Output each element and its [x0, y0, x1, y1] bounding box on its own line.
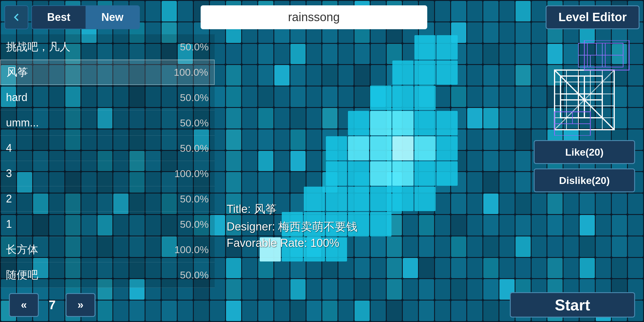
header: Best New Level Editor: [0, 0, 644, 34]
puzzle-cell: [370, 111, 391, 135]
puzzle-cell: [459, 35, 480, 60]
level-item[interactable]: 2 50.0%: [0, 186, 215, 212]
level-name: 1: [6, 218, 180, 230]
level-name: umm...: [6, 117, 180, 129]
search-input[interactable]: [201, 5, 427, 29]
level-item[interactable]: 1 50.0%: [0, 212, 215, 237]
puzzle-cell: [481, 262, 502, 287]
puzzle-cell: [392, 212, 414, 236]
puzzle-cell: [414, 187, 436, 211]
puzzle-cell: [392, 161, 414, 186]
puzzle-cell: [238, 161, 259, 186]
puzzle-cell: [238, 262, 259, 287]
level-info: Title: 风筝 Designer: 梅西卖萌不要钱 Favorable Ra…: [227, 202, 357, 252]
level-name: 3: [6, 167, 174, 180]
puzzle-cell: [459, 212, 480, 236]
puzzle-cell: [436, 35, 458, 60]
puzzle-cell: [481, 35, 502, 60]
puzzle-cell: [414, 35, 436, 60]
puzzle-cell: [503, 161, 524, 186]
favorable-value: 100%: [310, 237, 339, 249]
puzzle-cell: [481, 161, 502, 186]
puzzle-cell: [282, 86, 303, 110]
puzzle-cell: [238, 111, 259, 135]
puzzle-cell: [436, 161, 458, 186]
puzzle-cell: [260, 136, 281, 161]
svg-rect-22: [605, 43, 623, 55]
dislike-label: Dislike(20): [559, 175, 610, 186]
level-pct: 100.0%: [174, 244, 209, 256]
puzzle-cell: [481, 61, 502, 85]
puzzle-preview: [537, 40, 632, 136]
level-name: 长方体: [6, 242, 174, 257]
next-page-icon: »: [78, 299, 83, 311]
level-item[interactable]: 挑战吧，凡人 50.0%: [0, 34, 215, 60]
level-pct: 50.0%: [180, 193, 209, 205]
puzzle-cell: [304, 111, 325, 135]
back-button[interactable]: [4, 5, 28, 29]
svg-rect-2: [584, 43, 596, 55]
level-item[interactable]: 随便吧 50.0%: [0, 262, 215, 288]
puzzle-cell: [392, 262, 414, 287]
title-label: Title:: [227, 203, 251, 215]
puzzle-cell: [304, 86, 325, 110]
puzzle-cell: [459, 111, 480, 135]
puzzle-cell: [348, 35, 369, 60]
like-button[interactable]: Like(20): [534, 140, 635, 164]
puzzle-cell: [348, 111, 369, 135]
puzzle-cell: [414, 61, 436, 85]
puzzle-cell: [370, 237, 391, 262]
puzzle-cell: [481, 187, 502, 211]
tab-best[interactable]: Best: [32, 6, 86, 29]
level-editor-button[interactable]: Level Editor: [546, 5, 640, 29]
preview-svg: [537, 40, 632, 136]
puzzle-cell: [436, 262, 458, 287]
tab-new-label: New: [101, 11, 123, 24]
level-item[interactable]: 风筝 100.0%: [0, 60, 215, 85]
level-pct: 50.0%: [180, 41, 209, 53]
next-page-button[interactable]: »: [66, 293, 95, 317]
puzzle-cell: [392, 86, 414, 110]
level-pct: 50.0%: [180, 117, 209, 129]
dislike-button[interactable]: Dislike(20): [534, 168, 635, 192]
level-item[interactable]: 3 100.0%: [0, 161, 215, 186]
level-item[interactable]: hard 50.0%: [0, 85, 215, 110]
tab-new[interactable]: New: [86, 6, 139, 29]
puzzle-cell: [392, 61, 414, 85]
puzzle-cell: [481, 136, 502, 161]
puzzle-cell: [392, 187, 414, 211]
puzzle-cell: [436, 187, 458, 211]
puzzle-cell: [326, 262, 347, 287]
start-button[interactable]: Start: [510, 292, 635, 318]
puzzle-cell: [282, 35, 303, 60]
puzzle-cell: [414, 262, 436, 287]
puzzle-cell: [503, 86, 524, 110]
puzzle-cell: [436, 237, 458, 262]
puzzle-cell: [459, 187, 480, 211]
puzzle-cell: [370, 212, 391, 236]
like-label: Like(20): [565, 146, 604, 158]
tab-best-label: Best: [47, 11, 70, 24]
designer-label: Designer:: [227, 220, 275, 233]
level-editor-label: Level Editor: [558, 10, 627, 24]
puzzle-cell: [216, 136, 237, 161]
level-list: 挑战吧，凡人 50.0% 风筝 100.0% hard 50.0% umm...…: [0, 34, 215, 288]
puzzle-cell: [260, 61, 281, 85]
puzzle-cell: [436, 136, 458, 161]
level-pct: 100.0%: [174, 168, 209, 179]
level-item[interactable]: umm... 50.0%: [0, 110, 215, 136]
puzzle-cell: [304, 61, 325, 85]
puzzle-cell: [260, 262, 281, 287]
puzzle-cell: [282, 111, 303, 135]
puzzle-cell: [326, 86, 347, 110]
level-item[interactable]: 长方体 100.0%: [0, 237, 215, 262]
level-item[interactable]: 4 50.0%: [0, 136, 215, 161]
puzzle-cell: [216, 86, 237, 110]
puzzle-cell: [459, 161, 480, 186]
puzzle-cell: [414, 212, 436, 236]
puzzle-cell: [392, 237, 414, 262]
prev-page-button[interactable]: «: [9, 293, 39, 317]
puzzle-cell: [503, 262, 524, 287]
puzzle-cell: [392, 111, 414, 135]
puzzle-cell: [238, 86, 259, 110]
